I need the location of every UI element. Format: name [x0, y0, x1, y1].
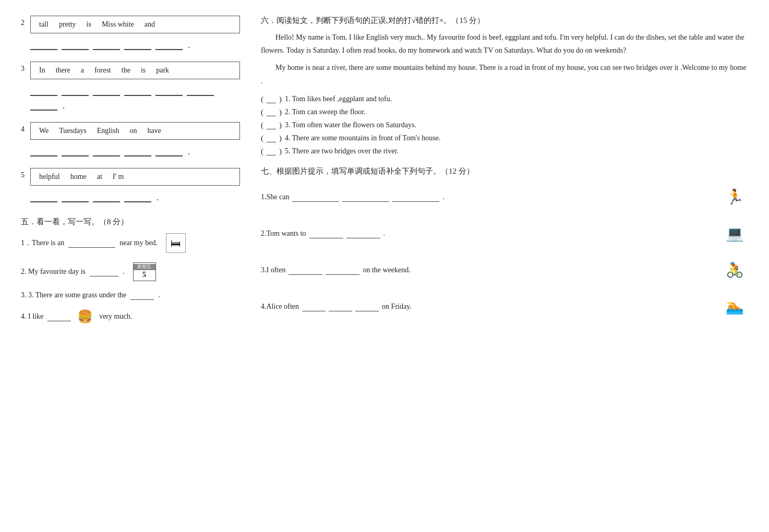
word-im: I' m — [113, 173, 124, 181]
ans-line — [124, 192, 151, 202]
wu-2-period: . — [123, 268, 125, 276]
judge-item-2: ( ) 2. Tom can sweep the floor. — [261, 108, 748, 117]
fill-2-text: 2.Tom wants to — [261, 229, 306, 238]
wu-2-blank[interactable] — [90, 267, 118, 276]
wu-4-blank[interactable] — [47, 312, 71, 321]
fill-3-blank-2[interactable] — [326, 265, 359, 275]
ans-line — [62, 40, 89, 50]
swimmer-icon: 🏊 — [721, 293, 748, 320]
passage-para-2: My home is near a river, there are some … — [261, 61, 748, 87]
calendar-icon: 星期五 5 — [133, 262, 156, 281]
word-helpful: helpful — [39, 173, 60, 181]
word-tall: tall — [39, 20, 49, 29]
ans-line — [30, 192, 57, 202]
ans-line — [124, 40, 151, 50]
judge-item-5: ( ) 5. There are two bridges over the ri… — [261, 147, 748, 156]
fill-title: 七、根据图片提示，填写单调或短语补全下列句子。（12 分） — [261, 166, 748, 176]
bed-icon: 🛏 — [166, 233, 186, 253]
passage-section: 六．阅读短文，判断下列语句的正误,对的打√错的打×。（15 分） Hello! … — [261, 16, 748, 156]
passage-para-1: Hello! My name is Tom. I like English ve… — [261, 31, 748, 57]
answer-lines-4: . — [30, 143, 240, 159]
judge-blank-4[interactable] — [267, 134, 276, 142]
wu-item-2: 2. My favourite day is . 星期五 5 — [21, 262, 240, 281]
fill-2-blank-1[interactable] — [309, 229, 343, 238]
word-home: home — [70, 173, 87, 181]
wu-1-blank[interactable] — [68, 238, 115, 248]
right-paren-5: ) — [279, 147, 282, 156]
ans-line — [30, 40, 57, 50]
ans-line — [124, 86, 151, 96]
wu-section-title: 五．看一看，写一写。（8 分） — [21, 217, 240, 227]
wu-4-text-after: very much. — [99, 312, 132, 321]
fill-4-blank-3[interactable] — [355, 302, 379, 311]
hamburger-icon: 🍔 — [77, 309, 93, 324]
word-box-2: tall pretty is Miss white and — [30, 16, 240, 33]
ans-line — [93, 192, 120, 202]
judge-items: ( ) 1. Tom likes beef ,eggplant and tofu… — [261, 95, 748, 156]
right-paren-1: ) — [279, 95, 282, 104]
q-num-5: 5 — [21, 168, 30, 204]
word-in: In — [39, 66, 45, 75]
q-num-3: 3 — [21, 62, 30, 113]
question-4: 4 We Tuesdays English on have — [21, 122, 240, 159]
ans-line — [155, 146, 183, 156]
right-paren-4: ) — [279, 134, 282, 143]
ans-line — [155, 86, 183, 96]
ans-line — [30, 86, 57, 96]
judge-blank-5[interactable] — [267, 147, 276, 155]
fill-1-period: . — [442, 193, 444, 201]
word-we: We — [39, 127, 49, 135]
wu-section: 五．看一看，写一写。（8 分） 1．There is an near my be… — [21, 217, 240, 324]
left-paren-5: ( — [261, 147, 263, 156]
fill-item-3: 3.I often on the weekend. 🚴 — [261, 257, 748, 284]
judge-item-4: ( ) 4. There are some mountains in front… — [261, 134, 748, 143]
judge-text-1: 1. Tom likes beef ,eggplant and tofu. — [285, 95, 392, 103]
ans-line — [93, 40, 120, 50]
runner-icon: 🏃 — [721, 184, 748, 211]
wu-1-text: 1．There is an — [21, 238, 64, 248]
judge-blank-1[interactable] — [267, 95, 276, 103]
word-pretty: pretty — [59, 20, 76, 29]
wu-3-blank[interactable] — [130, 291, 154, 300]
fill-item-2: 2.Tom wants to . 💻 — [261, 220, 748, 247]
fill-2-period: . — [383, 229, 386, 238]
wu-item-4: 4. I like 🍔 very much. — [21, 309, 240, 324]
fill-4-blank-2[interactable] — [329, 302, 352, 311]
fill-1-blank-1[interactable] — [292, 192, 339, 202]
judge-text-3: 3. Tom often water the flowers on Saturd… — [285, 121, 416, 129]
passage-title: 六．阅读短文，判断下列语句的正误,对的打√错的打×。（15 分） — [261, 16, 748, 26]
judge-blank-3[interactable] — [267, 121, 276, 129]
ans-line — [30, 146, 57, 156]
fill-item-1: 1.She can . 🏃 — [261, 184, 748, 211]
ans-line — [30, 100, 57, 111]
word-the: the — [122, 66, 130, 75]
word-box-4: We Tuesdays English on have — [30, 122, 240, 140]
fill-2-blank-2[interactable] — [346, 229, 380, 238]
computer-icon: 💻 — [721, 220, 748, 247]
fill-4-blank-1[interactable] — [302, 302, 326, 311]
right-paren-2: ) — [279, 108, 282, 117]
fill-1-text: 1.She can — [261, 193, 289, 201]
fill-1-blank-2[interactable] — [342, 192, 389, 202]
word-is2: is — [141, 66, 146, 75]
wu-2-text: 2. My favourite day is — [21, 268, 86, 276]
word-a: a — [81, 66, 84, 75]
wu-1-text-after: near my bed. — [119, 239, 158, 247]
fill-3-blank-1[interactable] — [289, 265, 322, 275]
page: 2 tall pretty is Miss white and — [21, 16, 748, 333]
wu-4-text: 4. I like — [21, 312, 43, 321]
word-box-5: helpful home at I' m — [30, 168, 240, 186]
ans-line — [93, 86, 120, 96]
ans-line — [187, 86, 214, 96]
fill-1-blank-3[interactable] — [392, 192, 439, 202]
judge-text-2: 2. Tom can sweep the floor. — [285, 108, 366, 116]
q-num-2: 2 — [21, 16, 30, 52]
period: . — [188, 41, 190, 50]
judge-blank-2[interactable] — [267, 108, 276, 116]
word-miss-white: Miss white — [102, 20, 134, 29]
word-there: there — [56, 66, 70, 75]
q-num-4: 4 — [21, 122, 30, 159]
answer-lines-3: . — [30, 82, 240, 113]
wu-item-1: 1．There is an near my bed. 🛏 — [21, 233, 240, 253]
word-at: at — [97, 173, 102, 181]
